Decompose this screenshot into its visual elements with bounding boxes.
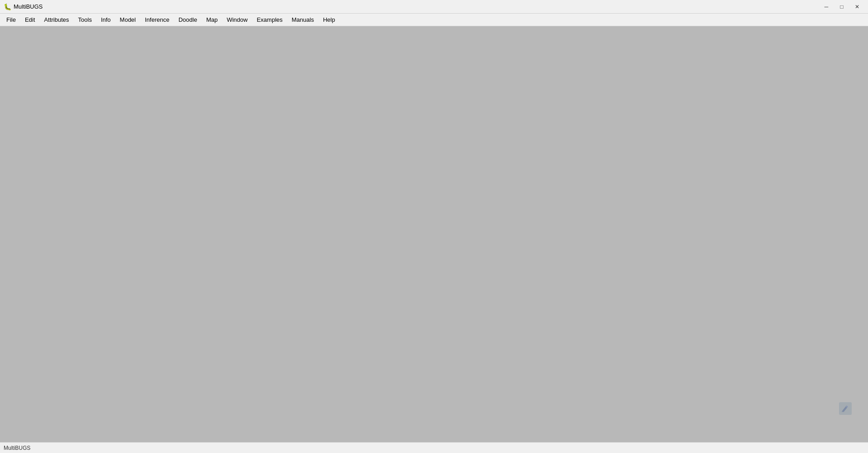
menu-item-doodle[interactable]: Doodle bbox=[174, 15, 202, 24]
menu-item-help[interactable]: Help bbox=[318, 15, 340, 24]
app-logo-icon: 🐛 bbox=[4, 3, 11, 10]
menu-item-window[interactable]: Window bbox=[222, 15, 252, 24]
minimize-button[interactable]: ─ bbox=[819, 2, 834, 12]
menu-item-info[interactable]: Info bbox=[96, 15, 116, 24]
menu-item-edit[interactable]: Edit bbox=[20, 15, 39, 24]
maximize-button[interactable]: □ bbox=[834, 2, 849, 12]
app-icon: 🐛 bbox=[4, 3, 11, 10]
menu-item-examples[interactable]: Examples bbox=[252, 15, 287, 24]
menu-item-map[interactable]: Map bbox=[202, 15, 222, 24]
menu-item-attributes[interactable]: Attributes bbox=[39, 15, 73, 24]
menu-item-model[interactable]: Model bbox=[115, 15, 140, 24]
status-bar: MultiBUGS bbox=[0, 442, 868, 453]
main-content bbox=[0, 26, 868, 442]
menu-item-file[interactable]: File bbox=[2, 15, 20, 24]
menu-item-tools[interactable]: Tools bbox=[73, 15, 96, 24]
menu-bar: FileEditAttributesToolsInfoModelInferenc… bbox=[0, 14, 868, 26]
title-bar-controls: ─ □ ✕ bbox=[819, 2, 864, 12]
window-title: MultiBUGS bbox=[14, 3, 43, 10]
menu-item-inference[interactable]: Inference bbox=[140, 15, 174, 24]
close-button[interactable]: ✕ bbox=[850, 2, 864, 12]
status-text: MultiBUGS bbox=[4, 445, 30, 451]
menu-item-manuals[interactable]: Manuals bbox=[287, 15, 318, 24]
doodle-tool-icon[interactable] bbox=[839, 402, 852, 415]
title-bar-left: 🐛 MultiBUGS bbox=[4, 3, 43, 10]
title-bar: 🐛 MultiBUGS ─ □ ✕ bbox=[0, 0, 868, 14]
